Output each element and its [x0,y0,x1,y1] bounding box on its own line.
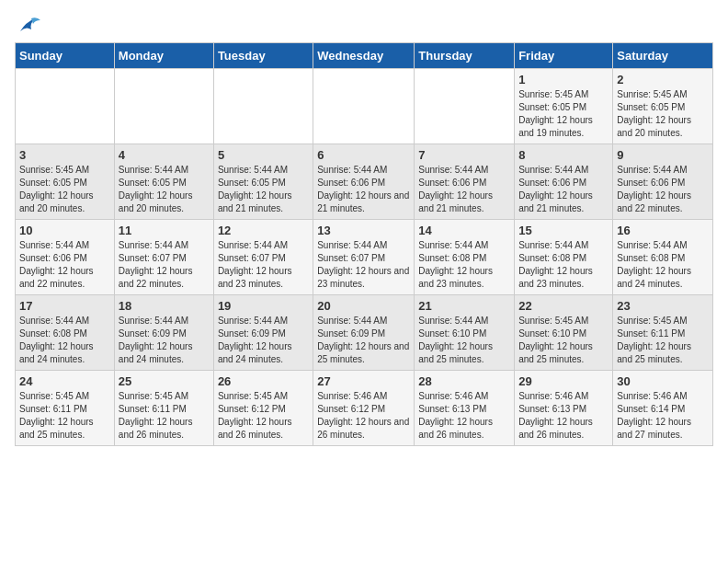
day-info: Sunrise: 5:45 AM Sunset: 6:05 PM Dayligh… [617,88,709,140]
day-number: 7 [418,148,510,162]
weekday-header-sunday: Sunday [16,43,115,69]
weekday-header-thursday: Thursday [415,43,515,69]
day-info: Sunrise: 5:45 AM Sunset: 6:11 PM Dayligh… [19,390,110,442]
day-info: Sunrise: 5:45 AM Sunset: 6:05 PM Dayligh… [19,164,110,215]
calendar-week-2: 10Sunrise: 5:44 AM Sunset: 6:06 PM Dayli… [16,220,713,295]
calendar-cell [16,69,115,144]
day-info: Sunrise: 5:44 AM Sunset: 6:09 PM Dayligh… [119,315,210,366]
day-info: Sunrise: 5:44 AM Sunset: 6:06 PM Dayligh… [19,239,110,291]
day-info: Sunrise: 5:44 AM Sunset: 6:08 PM Dayligh… [518,239,609,291]
day-number: 15 [518,224,609,237]
day-number: 30 [617,374,709,388]
calendar-cell: 26Sunrise: 5:45 AM Sunset: 6:12 PM Dayli… [213,371,313,446]
day-info: Sunrise: 5:44 AM Sunset: 6:08 PM Dayligh… [418,239,510,291]
day-number: 2 [617,73,709,86]
day-number: 18 [119,299,210,313]
day-number: 16 [617,224,709,237]
weekday-header-monday: Monday [114,43,213,69]
day-info: Sunrise: 5:44 AM Sunset: 6:06 PM Dayligh… [317,164,410,215]
day-info: Sunrise: 5:44 AM Sunset: 6:09 PM Dayligh… [317,315,410,366]
weekday-header-tuesday: Tuesday [213,43,313,69]
calendar-cell [415,69,515,144]
day-number: 23 [617,299,709,313]
logo [15,15,42,35]
day-info: Sunrise: 5:44 AM Sunset: 6:06 PM Dayligh… [617,164,709,215]
weekday-header-friday: Friday [515,43,613,69]
calendar-cell: 1Sunrise: 5:45 AM Sunset: 6:05 PM Daylig… [515,69,613,144]
day-info: Sunrise: 5:46 AM Sunset: 6:12 PM Dayligh… [317,390,410,442]
calendar-cell: 4Sunrise: 5:44 AM Sunset: 6:05 PM Daylig… [114,144,213,220]
day-info: Sunrise: 5:45 AM Sunset: 6:05 PM Dayligh… [518,88,609,140]
calendar-cell [114,69,213,144]
page-header [15,15,713,35]
day-number: 9 [617,148,709,162]
calendar-cell: 15Sunrise: 5:44 AM Sunset: 6:08 PM Dayli… [515,220,613,295]
calendar-cell: 18Sunrise: 5:44 AM Sunset: 6:09 PM Dayli… [114,295,213,371]
day-number: 25 [119,374,210,388]
day-number: 14 [418,224,510,237]
calendar-cell: 10Sunrise: 5:44 AM Sunset: 6:06 PM Dayli… [16,220,115,295]
calendar-cell: 14Sunrise: 5:44 AM Sunset: 6:08 PM Dayli… [415,220,515,295]
calendar-cell: 5Sunrise: 5:44 AM Sunset: 6:05 PM Daylig… [213,144,313,220]
day-number: 26 [218,374,309,388]
calendar-week-4: 24Sunrise: 5:45 AM Sunset: 6:11 PM Dayli… [16,371,713,446]
day-info: Sunrise: 5:44 AM Sunset: 6:09 PM Dayligh… [218,315,309,366]
calendar-cell: 9Sunrise: 5:44 AM Sunset: 6:06 PM Daylig… [613,144,713,220]
calendar-week-0: 1Sunrise: 5:45 AM Sunset: 6:05 PM Daylig… [16,69,713,144]
day-number: 8 [518,148,609,162]
calendar-cell: 30Sunrise: 5:46 AM Sunset: 6:14 PM Dayli… [613,371,713,446]
day-number: 22 [518,299,609,313]
day-info: Sunrise: 5:45 AM Sunset: 6:11 PM Dayligh… [617,315,709,366]
day-number: 21 [418,299,510,313]
day-number: 17 [19,299,110,313]
day-info: Sunrise: 5:45 AM Sunset: 6:12 PM Dayligh… [218,390,309,442]
day-info: Sunrise: 5:44 AM Sunset: 6:08 PM Dayligh… [19,315,110,366]
day-info: Sunrise: 5:44 AM Sunset: 6:06 PM Dayligh… [418,164,510,215]
day-number: 1 [518,73,609,86]
day-info: Sunrise: 5:44 AM Sunset: 6:10 PM Dayligh… [418,315,510,366]
day-info: Sunrise: 5:45 AM Sunset: 6:11 PM Dayligh… [119,390,210,442]
day-number: 20 [317,299,410,313]
day-number: 3 [19,148,110,162]
day-info: Sunrise: 5:44 AM Sunset: 6:08 PM Dayligh… [617,239,709,291]
calendar-week-3: 17Sunrise: 5:44 AM Sunset: 6:08 PM Dayli… [16,295,713,371]
calendar-cell: 20Sunrise: 5:44 AM Sunset: 6:09 PM Dayli… [313,295,415,371]
calendar-cell: 25Sunrise: 5:45 AM Sunset: 6:11 PM Dayli… [114,371,213,446]
weekday-header-saturday: Saturday [613,43,713,69]
day-number: 11 [119,224,210,237]
calendar-cell: 7Sunrise: 5:44 AM Sunset: 6:06 PM Daylig… [415,144,515,220]
calendar-cell [313,69,415,144]
day-number: 4 [119,148,210,162]
day-number: 13 [317,224,410,237]
day-info: Sunrise: 5:44 AM Sunset: 6:07 PM Dayligh… [317,239,410,291]
calendar-cell: 3Sunrise: 5:45 AM Sunset: 6:05 PM Daylig… [16,144,115,220]
calendar-cell [213,69,313,144]
day-info: Sunrise: 5:44 AM Sunset: 6:07 PM Dayligh… [218,239,309,291]
day-number: 29 [518,374,609,388]
calendar-cell: 2Sunrise: 5:45 AM Sunset: 6:05 PM Daylig… [613,69,713,144]
calendar-cell: 22Sunrise: 5:45 AM Sunset: 6:10 PM Dayli… [515,295,613,371]
calendar-cell: 11Sunrise: 5:44 AM Sunset: 6:07 PM Dayli… [114,220,213,295]
day-number: 19 [218,299,309,313]
calendar-cell: 24Sunrise: 5:45 AM Sunset: 6:11 PM Dayli… [16,371,115,446]
day-info: Sunrise: 5:44 AM Sunset: 6:06 PM Dayligh… [518,164,609,215]
day-number: 12 [218,224,309,237]
day-info: Sunrise: 5:46 AM Sunset: 6:13 PM Dayligh… [418,390,510,442]
day-number: 6 [317,148,410,162]
calendar-cell: 17Sunrise: 5:44 AM Sunset: 6:08 PM Dayli… [16,295,115,371]
day-info: Sunrise: 5:45 AM Sunset: 6:10 PM Dayligh… [518,315,609,366]
day-info: Sunrise: 5:44 AM Sunset: 6:05 PM Dayligh… [218,164,309,215]
day-number: 27 [317,374,410,388]
calendar-cell: 29Sunrise: 5:46 AM Sunset: 6:13 PM Dayli… [515,371,613,446]
calendar-header-row: SundayMondayTuesdayWednesdayThursdayFrid… [16,43,713,69]
calendar-cell: 27Sunrise: 5:46 AM Sunset: 6:12 PM Dayli… [313,371,415,446]
day-number: 10 [19,224,110,237]
logo-bird-icon [17,15,42,35]
day-info: Sunrise: 5:44 AM Sunset: 6:05 PM Dayligh… [119,164,210,215]
weekday-header-wednesday: Wednesday [313,43,415,69]
day-info: Sunrise: 5:44 AM Sunset: 6:07 PM Dayligh… [119,239,210,291]
calendar-cell: 6Sunrise: 5:44 AM Sunset: 6:06 PM Daylig… [313,144,415,220]
day-number: 24 [19,374,110,388]
calendar-cell: 21Sunrise: 5:44 AM Sunset: 6:10 PM Dayli… [415,295,515,371]
calendar-cell: 8Sunrise: 5:44 AM Sunset: 6:06 PM Daylig… [515,144,613,220]
